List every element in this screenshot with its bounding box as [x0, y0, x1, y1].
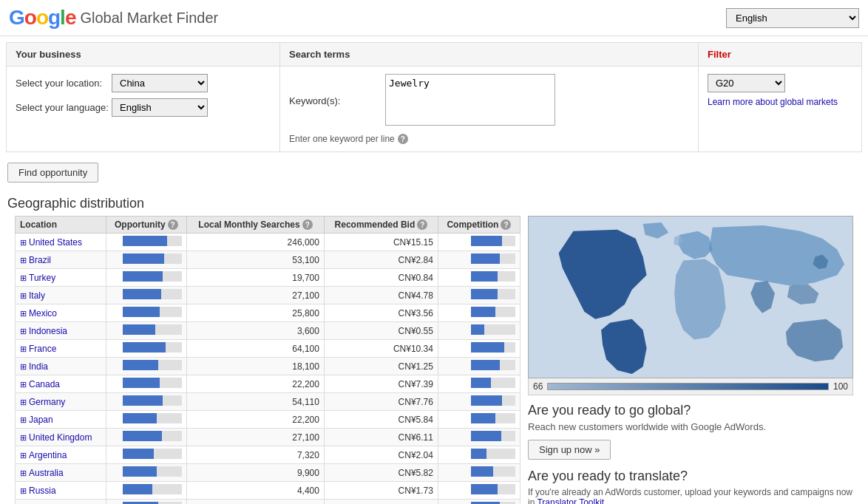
filter-select[interactable]: G20 All countries Europe — [708, 74, 785, 92]
opportunity-cell — [106, 322, 187, 340]
country-link[interactable]: United States — [29, 237, 82, 248]
bid-cell: CN¥7.76 — [324, 393, 438, 411]
country-link[interactable]: Mexico — [29, 308, 57, 319]
competition-cell — [438, 500, 520, 505]
map-scale-max: 100 — [833, 381, 848, 392]
language-selector[interactable]: English French German Spanish — [726, 8, 859, 28]
country-link[interactable]: Germany — [29, 397, 65, 407]
competition-cell — [438, 322, 520, 340]
expand-icon[interactable]: ⊞ — [20, 469, 27, 477]
competition-cell — [438, 304, 520, 322]
country-link[interactable]: Brazil — [29, 255, 51, 265]
keywords-label: Keyword(s): — [289, 95, 385, 106]
competition-bar — [471, 307, 515, 317]
opportunity-bar — [123, 271, 182, 282]
form-body: Select your location: China United State… — [7, 67, 861, 151]
find-opportunity-button[interactable]: Find opportunity — [7, 163, 98, 183]
country-link[interactable]: Japan — [29, 415, 53, 425]
find-btn-wrap: Find opportunity — [0, 158, 868, 187]
competition-bar — [471, 431, 515, 441]
expand-icon[interactable]: ⊞ — [20, 256, 27, 265]
keywords-help-icon[interactable]: ? — [398, 134, 408, 144]
table-row: ⊞Japan22,200CN¥5.84 — [16, 411, 521, 429]
country-link[interactable]: Indonesia — [29, 326, 67, 336]
competition-cell — [438, 251, 520, 269]
country-link[interactable]: Italy — [29, 290, 45, 301]
expand-icon[interactable]: ⊞ — [20, 291, 27, 300]
expand-icon[interactable]: ⊞ — [20, 327, 27, 336]
searches-cell: 9,900 — [187, 464, 325, 482]
competition-cell — [438, 411, 520, 429]
competition-help-icon[interactable]: ? — [501, 219, 511, 230]
map-scale: 66 100 — [528, 378, 853, 395]
country-link[interactable]: Australia — [29, 468, 64, 478]
expand-icon[interactable]: ⊞ — [20, 398, 27, 406]
opportunity-bar — [123, 253, 182, 264]
competition-bar — [471, 360, 515, 370]
searches-help-icon[interactable]: ? — [302, 219, 313, 230]
competition-bar — [471, 413, 515, 423]
opportunity-cell — [106, 234, 187, 251]
country-link[interactable]: India — [29, 361, 48, 372]
translator-toolkit-link[interactable]: Translator Toolkit — [537, 497, 604, 504]
page-header: Google Global Market Finder English Fren… — [0, 0, 868, 36]
signup-button[interactable]: Sign up now » — [528, 440, 611, 460]
country-link[interactable]: Turkey — [29, 273, 55, 283]
competition-bar — [471, 271, 515, 282]
bid-help-icon[interactable]: ? — [417, 219, 427, 230]
table-row: ⊞France64,100CN¥10.34 — [16, 340, 521, 358]
logo: Google Global Market Finder — [9, 6, 218, 30]
table-row: ⊞United States246,000CN¥15.15 — [16, 234, 521, 251]
country-link[interactable]: Canada — [29, 379, 60, 389]
opportunity-cell — [106, 375, 187, 393]
translate-section: Are you ready to translate? If you're al… — [528, 469, 853, 504]
competition-cell — [438, 375, 520, 393]
keywords-input[interactable]: Jewelry — [385, 74, 555, 126]
country-link[interactable]: United Kingdom — [29, 432, 92, 443]
competition-bar — [471, 378, 515, 388]
form-language-select[interactable]: English Chinese French — [112, 98, 208, 117]
country-link[interactable]: Argentina — [29, 450, 67, 460]
opportunity-help-icon[interactable]: ? — [168, 219, 178, 230]
opportunity-bar — [123, 484, 182, 494]
bid-cell: CN¥1.25 — [324, 358, 438, 375]
table-row: ⊞Brazil53,100CN¥2.84 — [16, 251, 521, 269]
competition-cell — [438, 234, 520, 251]
promo-text: Reach new customers worldwide with Googl… — [528, 421, 853, 432]
expand-icon[interactable]: ⊞ — [20, 362, 27, 371]
country-link[interactable]: Russia — [29, 486, 56, 496]
searches-cell: 1,900 — [187, 500, 325, 505]
table-row: ⊞Argentina7,320CN¥2.04 — [16, 446, 521, 464]
expand-icon[interactable]: ⊞ — [20, 415, 27, 424]
expand-icon[interactable]: ⊞ — [20, 309, 27, 318]
searches-cell: 4,400 — [187, 482, 325, 500]
competition-cell — [438, 393, 520, 411]
filter-section: G20 All countries Europe Learn more abou… — [699, 67, 861, 151]
keywords-hint: Enter one keyword per line ? — [289, 134, 689, 144]
expand-icon[interactable]: ⊞ — [20, 486, 27, 495]
expand-icon[interactable]: ⊞ — [20, 238, 27, 247]
promo-title: Are you ready to go global? — [528, 403, 853, 418]
expand-icon[interactable]: ⊞ — [20, 344, 27, 353]
table-row: ⊞Australia9,900CN¥5.82 — [16, 464, 521, 482]
competition-bar — [471, 253, 515, 264]
bid-cell: CN¥3.56 — [324, 304, 438, 322]
expand-icon[interactable]: ⊞ — [20, 451, 27, 460]
opportunity-bar — [123, 395, 182, 406]
searches-cell: 18,100 — [187, 358, 325, 375]
language-row: Select your language: English Chinese Fr… — [16, 98, 271, 117]
opportunity-bar — [123, 431, 182, 441]
competition-bar — [471, 324, 515, 335]
table-row: ⊞Saudi Arabia1,900CN¥4.06 — [16, 500, 521, 505]
location-select[interactable]: China United States United Kingdom — [112, 74, 208, 92]
expand-icon[interactable]: ⊞ — [20, 380, 27, 389]
table-row: ⊞Indonesia3,600CN¥0.55 — [16, 322, 521, 340]
expand-icon[interactable]: ⊞ — [20, 273, 27, 282]
bid-cell: CN¥10.34 — [324, 340, 438, 358]
competition-cell — [438, 464, 520, 482]
expand-icon[interactable]: ⊞ — [20, 433, 27, 442]
opportunity-cell — [106, 500, 187, 505]
filter-link[interactable]: Learn more about global markets — [708, 97, 852, 107]
country-link[interactable]: France — [29, 344, 56, 354]
location-label: Select your location: — [16, 78, 112, 89]
